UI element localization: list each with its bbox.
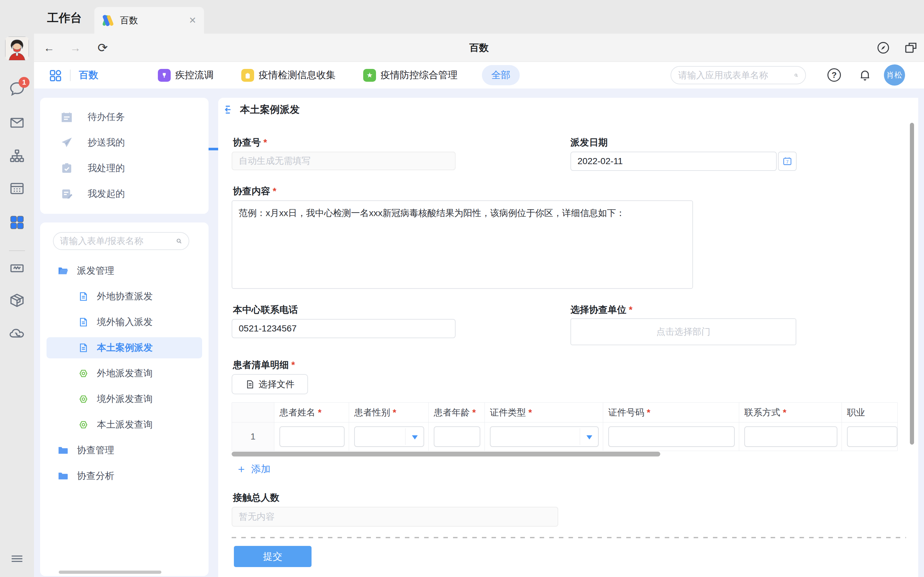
nav-tab-label: 疫情防控综合管理 [381,69,457,82]
baishu-logo-icon [102,15,114,27]
fangkong-app-icon: ★ [363,69,376,82]
tree-item-jingwai-query[interactable]: 境外派发查询 [47,388,202,410]
dropdown-caret-icon [412,435,418,440]
quick-item-label: 抄送我的 [87,136,125,149]
app-search-input[interactable] [678,70,794,81]
chat-unread-badge: 1 [19,77,29,88]
form-tree-panel: 派发管理 外地协查派发 境外输入派发 本土案例派发 外地派发查询 境外派发查询 [40,222,208,576]
svg-text:7: 7 [786,159,788,164]
mail-icon[interactable] [0,115,34,131]
assist-unit-picker[interactable]: 点击选择部门 [570,318,796,345]
label-assist-unit: 选择协查单位* [570,303,632,316]
calendar-app-icon[interactable] [0,180,34,196]
tree-folder-xiecha-analysis[interactable]: 协查分析 [47,466,202,487]
calendar-picker-icon[interactable]: 7 [778,152,796,171]
workbench-grid-icon[interactable] [0,214,34,231]
nav-tab-liudiao[interactable]: 疾控流调 [158,62,214,89]
tree-item-jingwai-shuru[interactable]: 境外输入派发 [47,311,202,333]
window-top-bar: 工作台 百数 ✕ [0,0,924,34]
tree-item-bentu-query[interactable]: 本土派发查询 [47,414,202,435]
cube-icon[interactable] [0,292,34,308]
id-number-input[interactable] [608,426,735,447]
folder-icon [57,470,69,482]
cloud-call-icon[interactable] [0,325,34,342]
plus-icon: ＋ [236,462,247,476]
label-dispatch-date: 派发日期 [570,136,607,149]
quick-item-cc[interactable]: 抄送我的 [40,130,208,155]
nav-all-pill[interactable]: 全部 [482,65,520,85]
docs-icon[interactable] [0,260,34,276]
id-type-select[interactable] [490,426,599,447]
dropdown-caret-icon [586,435,592,440]
contact-input[interactable] [744,426,837,447]
user-avatar[interactable] [5,37,29,60]
quick-item-label: 我发起的 [87,187,125,200]
org-chart-icon[interactable] [0,148,34,164]
assist-no-input[interactable] [232,152,456,170]
form-panel: 本土案例派发 协查号* 派发日期 7 协查内容* 范例：x月xx日，我中心检测一… [218,98,918,577]
nav-tab-jiance[interactable]: 疫情检测信息收集 [241,62,336,89]
jiance-app-icon [241,69,254,82]
choose-file-button[interactable]: 选择文件 [232,374,308,394]
quick-item-label: 待办任务 [87,111,125,123]
help-icon[interactable]: ? [827,68,842,82]
app-rail: 1 [0,0,34,577]
patient-table: 患者姓名* 患者性别* 患者年龄* 证件类型* 证件号码* 联系方式* 职业 1 [232,402,898,451]
apps-grid-icon[interactable] [49,69,62,82]
nav-separator [70,69,71,81]
center-phone-input[interactable] [232,319,456,338]
assist-content-textarea[interactable]: 范例：x月xx日，我中心检测一名xxx新冠病毒核酸结果为阳性，该病例位于你区，详… [232,200,693,289]
tab-close-icon[interactable]: ✕ [189,15,196,26]
patient-table-row: 1 [232,422,897,451]
patient-age-input[interactable] [434,426,480,447]
file-icon [245,380,255,389]
add-row-link[interactable]: ＋ 添加 [236,462,270,476]
nav-home-baishu[interactable]: 百数 [79,62,98,89]
quick-item-initiated[interactable]: 我发起的 [40,181,208,207]
liudiao-app-icon [158,69,171,82]
quick-menu-panel: 待办任务 抄送我的 我处理的 我发起的 [40,98,208,214]
folder-open-icon [57,265,69,277]
patient-name-input[interactable] [279,426,344,447]
collapse-back-icon[interactable] [224,104,235,115]
popout-window-icon[interactable] [904,34,918,62]
quick-item-label: 我处理的 [87,162,125,175]
user-avatar-badge[interactable]: 肖松 [884,64,905,85]
hamburger-menu-icon[interactable] [0,551,34,567]
occupation-input[interactable] [847,426,897,447]
patient-gender-select[interactable] [354,426,424,447]
tree-search-input[interactable] [60,236,176,246]
explore-compass-icon[interactable] [876,34,890,62]
form-vertical-scrollbar[interactable] [910,123,914,445]
tree-search[interactable] [53,232,189,250]
quick-item-todo[interactable]: 待办任务 [40,104,208,130]
search-icon [794,70,798,81]
nav-tab-label: 疫情检测信息收集 [258,69,336,82]
form-doc-icon [78,292,89,301]
tree-folder-paifa[interactable]: 派发管理 [47,260,202,282]
contact-total-input[interactable] [232,507,558,527]
search-icon [176,235,182,247]
notification-bell-icon[interactable] [858,68,872,82]
doc-pen-icon [60,187,73,201]
tree-item-bentu-anli[interactable]: 本土案例派发 [47,337,202,358]
label-contact-total: 接触总人数 [233,492,279,504]
tree-horizontal-scrollbar[interactable] [59,571,162,574]
form-title: 本土案例派发 [240,103,300,116]
nav-tab-fangkong[interactable]: ★ 疫情防控综合管理 [363,62,457,89]
tree-item-waidi-query[interactable]: 外地派发查询 [47,363,202,384]
label-assist-no: 协查号* [233,136,267,149]
tree-item-waidi-xiecha[interactable]: 外地协查派发 [47,286,202,307]
quick-item-processed[interactable]: 我处理的 [40,155,208,181]
browser-tab[interactable]: 百数 ✕ [94,7,204,34]
folder-icon [57,445,69,456]
table-horizontal-scrollbar[interactable] [232,452,660,456]
app-search[interactable] [670,66,806,84]
submit-button[interactable]: 提交 [234,546,312,567]
dispatch-date-input[interactable] [570,152,777,171]
tree-folder-xiecha-mgmt[interactable]: 协查管理 [47,440,202,461]
nav-tab-label: 疾控流调 [175,69,214,82]
app-nav-row: 百数 疾控流调 疫情检测信息收集 ★ 疫情防控综合管理 全部 ? 肖松 [34,62,924,89]
clipboard-check-icon [60,161,73,175]
todo-calendar-icon [60,110,73,124]
